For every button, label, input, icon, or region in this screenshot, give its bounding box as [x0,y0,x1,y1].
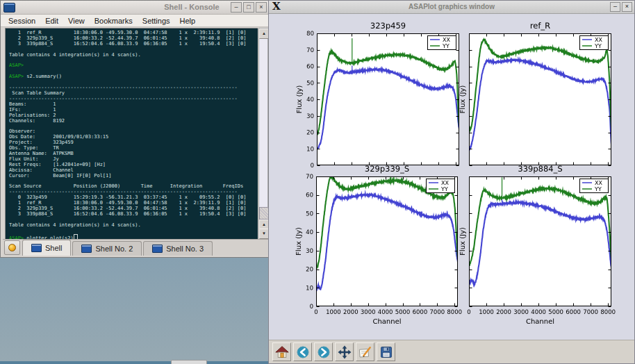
close-button[interactable]: × [622,2,632,12]
asapplot-window: X ASAPlot graphics window – × [268,0,635,364]
taskbar-edge [0,361,268,364]
pan-button[interactable] [335,342,354,361]
plot-toolbar [269,340,634,363]
tab-shell-2-label: Shell No. 2 [95,245,133,253]
plot-canvas[interactable] [269,13,634,341]
forward-button[interactable] [314,342,333,361]
shell-tab-icon [31,244,42,252]
tab-shell-2[interactable]: Shell No. 2 [72,241,142,256]
close-button[interactable]: × [256,2,267,13]
tab-shell[interactable]: Shell [22,240,71,256]
konsole-window-buttons: – □ × [231,2,267,13]
new-session-icon [8,244,16,251]
scroll-up-icon[interactable]: ▲ [259,28,269,39]
desktop: Shell - Konsole – □ × Session Edit View … [0,0,635,364]
konsole-app-icon [3,3,15,13]
subplot-config-icon [358,345,372,359]
asapplot-window-buttons: – × [610,2,632,12]
scrollbar-thumb[interactable] [259,207,269,220]
pan-icon [338,345,352,359]
menu-bookmarks[interactable]: Bookmarks [90,17,138,25]
menu-session[interactable]: Session [3,17,40,25]
new-session-button[interactable] [4,240,20,255]
terminal-scrollbar[interactable]: ▲ ▲ ▼ [258,28,268,240]
tab-shell-label: Shell [45,244,62,252]
save-button[interactable] [377,342,395,361]
konsole-content: 1 ref_R 18:30:06.0 -49.59.30.0 04:47:58 … [3,27,268,240]
konsole-titlebar[interactable]: Shell - Konsole – □ × [1,1,269,15]
scroll-down-icon[interactable]: ▼ [259,229,269,239]
shell-tab-icon [81,245,92,253]
menu-view[interactable]: View [63,17,90,25]
tab-shell-3-label: Shell No. 3 [166,245,204,253]
save-icon [379,345,393,359]
konsole-tabbar: Shell Shell No. 2 Shell No. 3 [3,239,268,256]
shell-tab-icon [152,245,163,253]
minimize-button[interactable]: – [610,2,620,12]
subplot-config-button[interactable] [356,342,374,361]
back-icon [296,345,310,359]
asapplot-titlebar[interactable]: X ASAPlot graphics window – × [269,1,634,14]
tab-shell-3[interactable]: Shell No. 3 [143,241,213,256]
asapplot-window-title: ASAPlot graphics window [269,3,634,10]
konsole-menubar: Session Edit View Bookmarks Settings Hel… [1,15,269,27]
back-button[interactable] [293,342,312,361]
menu-edit[interactable]: Edit [40,17,63,25]
taskbar-peek [171,360,207,364]
terminal-output[interactable]: 1 ref_R 18:30:06.0 -49.59.30.0 04:47:58 … [5,28,258,240]
maximize-button[interactable]: □ [243,2,254,13]
forward-icon [317,345,331,359]
minimize-button[interactable]: – [231,2,242,13]
konsole-window: Shell - Konsole – □ × Session Edit View … [0,0,270,258]
home-button[interactable] [272,342,291,361]
home-icon [275,345,289,359]
menu-settings[interactable]: Settings [138,17,175,25]
menu-help[interactable]: Help [175,17,201,25]
